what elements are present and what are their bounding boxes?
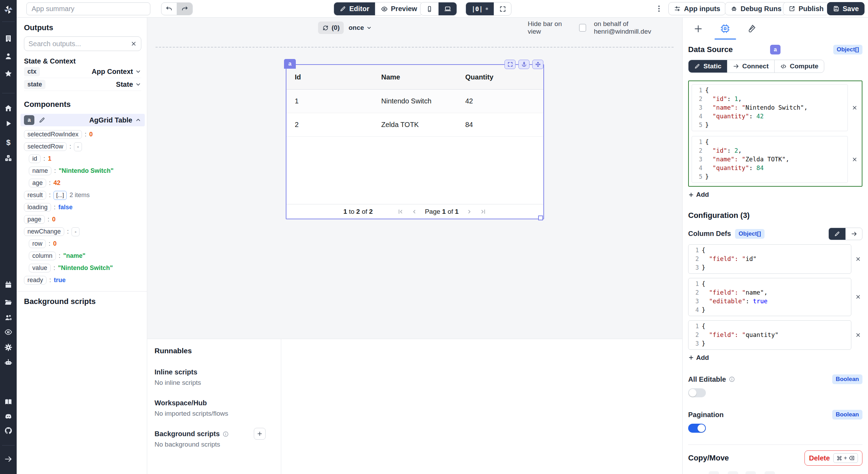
component-tag[interactable]: a: [284, 59, 296, 69]
delete-column-def-editor-button[interactable]: [853, 254, 862, 263]
compute-tab[interactable]: Compute: [774, 60, 824, 73]
all-editable-toggle[interactable]: [688, 388, 706, 397]
cubes-icon[interactable]: [4, 154, 12, 162]
output-key[interactable]: value: [29, 264, 51, 272]
refresh-button[interactable]: (0): [318, 22, 344, 34]
output-key[interactable]: loading: [24, 203, 51, 212]
pagination-toggle[interactable]: [688, 424, 706, 433]
table-cell[interactable]: 42: [457, 97, 543, 105]
output-key[interactable]: id: [29, 154, 41, 163]
publish-button[interactable]: Publish: [783, 2, 829, 15]
first-page-button[interactable]: [397, 209, 403, 215]
debug-runs-button[interactable]: Debug Runs: [725, 2, 787, 15]
outputs-indicator-button[interactable]: |0|: [466, 2, 494, 15]
table-cell[interactable]: 2: [286, 121, 373, 129]
json-code[interactable]: { "id": 2, "name": "Zelda TOTK", "quanti…: [705, 138, 848, 181]
fullscreen-button[interactable]: [494, 2, 511, 15]
data-source-editor[interactable]: 12345 { "id": 1, "name": "Nintendo Switc…: [692, 84, 848, 131]
static-tab[interactable]: Static: [688, 60, 727, 73]
github-icon[interactable]: [4, 426, 12, 435]
windmill-logo-icon[interactable]: [3, 5, 13, 15]
hide-bar-checkbox[interactable]: [579, 24, 586, 32]
json-code[interactable]: { "field": "id"}: [702, 246, 851, 272]
app-inputs-button[interactable]: App inputs: [668, 2, 726, 15]
refresh-mode-dropdown[interactable]: once: [349, 22, 372, 34]
output-key[interactable]: newChange: [24, 227, 64, 236]
building-icon[interactable]: [4, 34, 12, 43]
star-icon[interactable]: [4, 69, 12, 78]
insert-component-tab[interactable]: [693, 24, 703, 34]
output-key[interactable]: column: [29, 252, 56, 260]
delete-data-source-editor-button[interactable]: [850, 103, 859, 112]
table-row[interactable]: 2Zelda TOTK84: [286, 113, 543, 137]
context-row-state[interactable]: state State: [24, 78, 141, 91]
delete-component-button[interactable]: Delete +: [804, 450, 862, 466]
rename-pencil-icon[interactable]: [39, 117, 45, 124]
table-cell[interactable]: Zelda TOTK: [373, 121, 457, 129]
redo-button[interactable]: [177, 3, 192, 15]
editor-mode-button[interactable]: Editor: [334, 2, 375, 15]
output-key[interactable]: ready: [24, 276, 47, 285]
data-source-editor[interactable]: 12345 { "id": 2, "name": "Zelda TOTK", "…: [692, 136, 848, 183]
context-row-ctx[interactable]: ctx App Context: [24, 65, 141, 78]
output-key[interactable]: page: [24, 215, 45, 224]
chevron-up-icon[interactable]: [135, 117, 141, 123]
undo-button[interactable]: [161, 3, 177, 15]
move-component-button[interactable]: [532, 60, 543, 69]
app-canvas[interactable]: (0) once Hide bar on view on behalf of h…: [147, 18, 682, 339]
connect-tab[interactable]: Connect: [727, 60, 774, 73]
anchor-component-button[interactable]: [518, 60, 529, 69]
desktop-view-button[interactable]: [439, 2, 457, 15]
add-row-button[interactable]: Add: [688, 191, 709, 198]
component-settings-tab[interactable]: [720, 24, 731, 34]
add-background-script-button[interactable]: [254, 428, 266, 440]
column-def-editor[interactable]: 123 { "field": "id"}: [688, 244, 851, 274]
output-key[interactable]: name: [29, 167, 51, 175]
audit-eye-icon[interactable]: [4, 328, 12, 336]
add-column-def-button[interactable]: Add: [688, 354, 709, 362]
book-icon[interactable]: [4, 398, 12, 406]
aggrid-table-component[interactable]: IdNameQuantity 1Nintendo Switch422Zelda …: [286, 64, 544, 219]
component-resize-handle[interactable]: [538, 215, 543, 220]
user-group-icon[interactable]: [4, 313, 12, 322]
previous-page-button[interactable]: [411, 209, 417, 215]
output-key[interactable]: age: [29, 179, 46, 187]
delete-column-def-editor-button[interactable]: [853, 330, 862, 339]
output-key[interactable]: result: [24, 191, 46, 200]
connect-mode-button[interactable]: [845, 228, 862, 240]
table-cell[interactable]: 1: [286, 97, 373, 105]
play-icon[interactable]: [4, 119, 12, 128]
calendar-icon[interactable]: [4, 281, 12, 289]
more-menu-button[interactable]: [655, 5, 663, 13]
dollar-icon[interactable]: $: [4, 138, 12, 147]
save-button[interactable]: Save: [827, 2, 865, 15]
robot-icon[interactable]: [4, 358, 12, 367]
app-summary-input[interactable]: [26, 2, 150, 15]
arrow-right-icon[interactable]: [4, 455, 12, 463]
clear-search-icon[interactable]: [131, 41, 137, 47]
json-code[interactable]: { "field": "name", "editable": true}: [702, 280, 851, 314]
expand-component-button[interactable]: [504, 60, 516, 69]
theme-tab[interactable]: [747, 24, 758, 34]
output-key[interactable]: row: [29, 239, 46, 248]
discord-icon[interactable]: [4, 412, 12, 421]
preview-mode-button[interactable]: Preview: [375, 2, 423, 15]
table-cell[interactable]: Nintendo Switch: [373, 97, 457, 105]
delete-column-def-editor-button[interactable]: [853, 293, 862, 302]
json-code[interactable]: { "field": "quantity"}: [702, 322, 851, 348]
expand-array-button[interactable]: [...]: [53, 191, 67, 200]
user-icon[interactable]: [4, 52, 12, 60]
table-row[interactable]: 1Nintendo Switch42: [286, 90, 543, 113]
output-key[interactable]: selectedRowIndex: [24, 130, 82, 139]
column-header-id[interactable]: Id: [286, 73, 373, 81]
outputs-search-input[interactable]: [28, 40, 131, 48]
json-code[interactable]: { "id": 1, "name": "Nintendo Switch", "q…: [705, 86, 848, 129]
output-key[interactable]: selectedRow: [24, 142, 67, 151]
gear-icon[interactable]: [4, 343, 12, 352]
delete-data-source-editor-button[interactable]: [850, 155, 859, 164]
column-def-editor[interactable]: 123 { "field": "quantity"}: [688, 320, 851, 350]
column-header-quantity[interactable]: Quantity: [457, 73, 543, 81]
last-page-button[interactable]: [480, 209, 486, 215]
column-header-name[interactable]: Name: [373, 73, 457, 81]
table-cell[interactable]: 84: [457, 121, 543, 129]
